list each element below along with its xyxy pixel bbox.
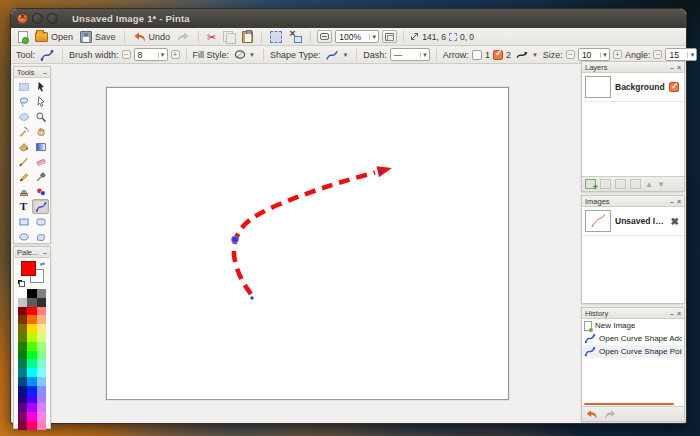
palette-color-swatch[interactable] xyxy=(18,403,27,412)
zoom-fit-button[interactable] xyxy=(382,30,397,43)
tool-text[interactable]: T xyxy=(15,199,32,214)
layers-panel-header[interactable]: Layers –× xyxy=(582,62,684,73)
minimize-window-button[interactable] xyxy=(32,13,43,24)
cut-button[interactable]: ✂ xyxy=(205,31,218,43)
palette-color-swatch[interactable] xyxy=(27,324,36,333)
tool-move-selected[interactable] xyxy=(32,94,49,109)
palette-color-swatch[interactable] xyxy=(27,368,36,377)
palette-color-swatch[interactable] xyxy=(37,403,46,412)
palette-color-swatch[interactable] xyxy=(37,351,46,360)
minimize-panel-icon[interactable]: – xyxy=(43,249,47,256)
minimize-panel-icon[interactable]: – xyxy=(43,69,47,76)
close-image-icon[interactable]: ✖ xyxy=(671,216,679,227)
palette-color-swatch[interactable] xyxy=(27,342,36,351)
image-canvas[interactable] xyxy=(106,87,509,400)
zoom-out-button[interactable] xyxy=(317,30,332,43)
curve-tip-point[interactable] xyxy=(378,170,381,173)
brush-width-decrease-button[interactable]: − xyxy=(122,50,131,59)
arrow-1-checkbox[interactable] xyxy=(472,50,482,60)
merge-layer-button[interactable] xyxy=(630,179,641,189)
image-row[interactable]: Unsaved Im… ✖ xyxy=(582,207,684,236)
palette-color-swatch[interactable] xyxy=(37,324,46,333)
palette-color-swatch[interactable] xyxy=(18,307,27,316)
primary-color-swatch[interactable] xyxy=(21,261,36,276)
undo-button[interactable]: Undo xyxy=(131,30,173,44)
palette-color-swatch[interactable] xyxy=(27,359,36,368)
palette-color-swatch[interactable] xyxy=(18,412,27,421)
history-redo-button[interactable] xyxy=(604,409,617,420)
move-layer-up-button[interactable]: ▲ xyxy=(645,180,653,189)
tool-lasso-select[interactable] xyxy=(15,94,32,109)
tool-magic-wand[interactable] xyxy=(15,124,32,139)
current-tool-button[interactable] xyxy=(38,48,56,62)
zoom-combobox[interactable]: 100% ▼ xyxy=(335,30,379,43)
delete-layer-button[interactable] xyxy=(600,179,611,189)
palette-color-swatch[interactable] xyxy=(37,412,46,421)
palette-color-swatch[interactable] xyxy=(18,377,27,386)
palette-color-swatch[interactable] xyxy=(18,324,27,333)
tool-color-picker[interactable] xyxy=(32,169,49,184)
history-item[interactable]: Open Curve Shape Added xyxy=(582,332,684,345)
close-panel-icon[interactable]: × xyxy=(677,198,681,205)
history-panel-header[interactable]: History –× xyxy=(582,308,684,319)
palette-color-swatch[interactable] xyxy=(18,315,27,324)
tool-rectangle-select[interactable] xyxy=(15,79,32,94)
palette-color-swatch[interactable] xyxy=(37,289,46,298)
palette-color-swatch[interactable] xyxy=(27,315,36,324)
palette-color-swatch[interactable] xyxy=(27,403,36,412)
palette-color-swatch[interactable] xyxy=(18,289,27,298)
palette-color-swatch[interactable] xyxy=(27,421,36,430)
palette-color-swatch[interactable] xyxy=(37,368,46,377)
tools-panel-header[interactable]: Tools – xyxy=(14,67,50,78)
new-image-button[interactable] xyxy=(16,30,30,44)
palette-color-swatch[interactable] xyxy=(27,298,36,307)
reset-colors-icon[interactable] xyxy=(18,280,25,287)
palette-color-swatch[interactable] xyxy=(37,421,46,430)
history-undo-button[interactable] xyxy=(585,409,598,420)
palette-color-swatch[interactable] xyxy=(27,307,36,316)
tool-recolor[interactable] xyxy=(32,184,49,199)
tool-clone-stamp[interactable] xyxy=(15,184,32,199)
palette-color-swatch[interactable] xyxy=(18,298,27,307)
palette-color-swatch[interactable] xyxy=(18,395,27,404)
curve-control-point[interactable] xyxy=(232,236,239,243)
deselect-button[interactable] xyxy=(287,30,304,44)
palette-color-swatch[interactable] xyxy=(37,298,46,307)
tool-paintbrush[interactable] xyxy=(15,154,32,169)
palette-color-swatch[interactable] xyxy=(37,386,46,395)
palette-color-swatch[interactable] xyxy=(18,342,27,351)
open-button[interactable]: Open xyxy=(33,31,75,43)
tool-line-curve[interactable] xyxy=(32,199,49,214)
palette-color-swatch[interactable] xyxy=(18,386,27,395)
dashed-curve-path[interactable] xyxy=(234,173,375,295)
paste-button[interactable] xyxy=(240,30,255,44)
arrow-size-decrease-button[interactable]: − xyxy=(566,50,575,59)
palette-color-swatch[interactable] xyxy=(18,333,27,342)
fill-style-dropdown[interactable]: ▼ xyxy=(232,48,257,61)
tool-zoom[interactable] xyxy=(32,109,49,124)
arrow-size-increase-button[interactable]: + xyxy=(613,50,622,59)
arrow-size-combobox[interactable]: 10 ▼ xyxy=(578,48,610,61)
tool-rounded-rectangle[interactable] xyxy=(32,214,49,229)
palette-color-swatch[interactable] xyxy=(37,377,46,386)
dash-combobox[interactable]: — ▼ xyxy=(390,48,430,61)
layer-row[interactable]: Background xyxy=(582,73,684,102)
add-layer-button[interactable] xyxy=(585,179,596,189)
history-item[interactable]: New Image xyxy=(582,319,684,332)
brush-width-combobox[interactable]: 8 ▼ xyxy=(134,48,168,61)
save-button[interactable]: Save xyxy=(78,30,118,44)
palette-color-swatch[interactable] xyxy=(18,421,27,430)
curve-end-point[interactable] xyxy=(250,296,253,299)
close-panel-icon[interactable]: × xyxy=(677,64,681,71)
arrow-style-dropdown[interactable]: ▼ xyxy=(514,49,540,61)
angle-combobox[interactable]: 15 ▼ xyxy=(665,48,697,61)
palette-color-swatch[interactable] xyxy=(37,307,46,316)
palette-color-swatch[interactable] xyxy=(27,351,36,360)
angle-decrease-button[interactable]: − xyxy=(653,50,662,59)
duplicate-layer-button[interactable] xyxy=(615,179,626,189)
maximize-window-button[interactable] xyxy=(47,13,58,24)
tool-pan[interactable] xyxy=(32,124,49,139)
tool-paint-bucket[interactable] xyxy=(15,139,32,154)
tool-gradient[interactable] xyxy=(32,139,49,154)
redo-button[interactable] xyxy=(175,30,192,44)
